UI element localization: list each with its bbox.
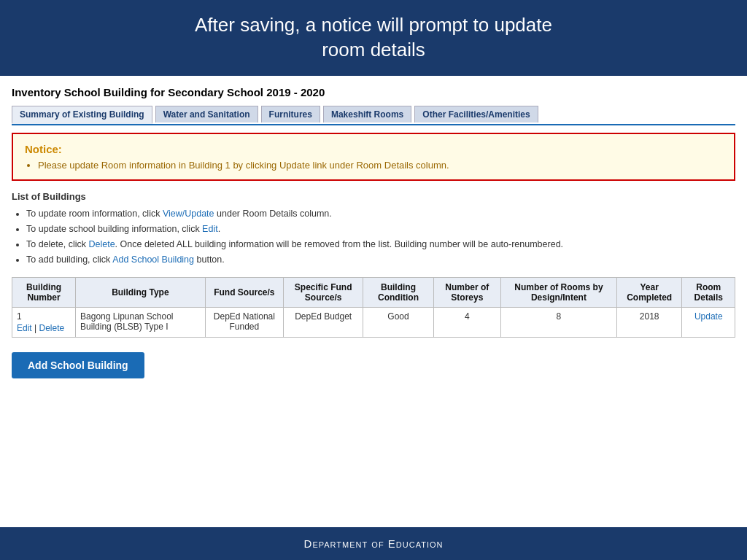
cell-building-type: Bagong Lipunan School Building (BLSB) Ty… <box>76 307 206 337</box>
notice-title: Notice: <box>25 143 722 155</box>
view-update-link[interactable]: View/Update <box>163 209 214 219</box>
add-school-building-button[interactable]: Add School Building <box>12 352 144 378</box>
col-header-specific-fund: Specific Fund Source/s <box>284 277 363 307</box>
header-banner: After saving, a notice will prompt to up… <box>0 0 747 76</box>
cell-condition: Good <box>363 307 434 337</box>
cell-fund-source: DepEd National Funded <box>205 307 284 337</box>
footer-text: Department of Education <box>304 537 444 550</box>
cell-building-number: 1 Edit | Delete <box>12 307 76 337</box>
footer: Department of Education <box>0 527 747 560</box>
col-header-building-number: Building Number <box>12 277 76 307</box>
tab-furnitures[interactable]: Furnitures <box>261 106 320 122</box>
cell-year: 2018 <box>616 307 682 337</box>
tab-other-facilities[interactable]: Other Facilities/Amenities <box>414 106 538 122</box>
col-header-fund-source: Fund Source/s <box>205 277 284 307</box>
tab-water-sanitation[interactable]: Water and Sanitation <box>155 106 258 122</box>
instruction-4: To add building, click Add School Buildi… <box>26 252 735 268</box>
delete-instruction-link[interactable]: Delete <box>88 239 115 249</box>
notice-list: Please update Room information in Buildi… <box>38 160 722 171</box>
add-building-instruction-link[interactable]: Add School Building <box>112 254 194 265</box>
header-title: After saving, a notice will prompt to up… <box>195 14 552 61</box>
main-content: Inventory School Building for Secondary … <box>0 76 747 527</box>
tabs-bar: Summary of Existing Building Water and S… <box>12 106 735 125</box>
col-header-storeys: Number of Storeys <box>433 277 500 307</box>
cell-storeys: 4 <box>433 307 500 337</box>
buildings-table: Building Number Building Type Fund Sourc… <box>12 277 735 338</box>
list-section-title: List of Buildings <box>12 191 735 202</box>
cell-specific-fund: DepEd Budget <box>284 307 363 337</box>
tab-summary-existing-building[interactable]: Summary of Existing Building <box>12 106 152 124</box>
col-header-year: Year Completed <box>616 277 682 307</box>
row-actions: Edit | Delete <box>17 323 71 333</box>
table-row: 1 Edit | Delete Bagong Lipunan School Bu… <box>12 307 735 337</box>
instruction-2: To update school building information, c… <box>26 222 735 237</box>
instruction-3: To delete, click Delete. Once deleted AL… <box>26 237 735 252</box>
instructions-list: To update room information, click View/U… <box>26 206 735 268</box>
col-header-building-type: Building Type <box>76 277 206 307</box>
instruction-1: To update room information, click View/U… <box>26 206 735 222</box>
col-header-condition: Building Condition <box>363 277 434 307</box>
cell-rooms: 8 <box>500 307 616 337</box>
update-room-link[interactable]: Update <box>694 311 723 322</box>
notice-box: Notice: Please update Room information i… <box>12 133 735 181</box>
delete-row-link[interactable]: Delete <box>39 323 64 333</box>
cell-room-details: Update <box>682 307 735 337</box>
edit-row-link[interactable]: Edit <box>17 323 32 333</box>
tab-makeshift-rooms[interactable]: Makeshift Rooms <box>323 106 411 122</box>
edit-instruction-link[interactable]: Edit <box>202 224 218 234</box>
col-header-room-details: Room Details <box>682 277 735 307</box>
col-header-rooms: Number of Rooms by Design/Intent <box>500 277 616 307</box>
page-title: Inventory School Building for Secondary … <box>12 86 735 98</box>
notice-message: Please update Room information in Buildi… <box>38 160 722 171</box>
